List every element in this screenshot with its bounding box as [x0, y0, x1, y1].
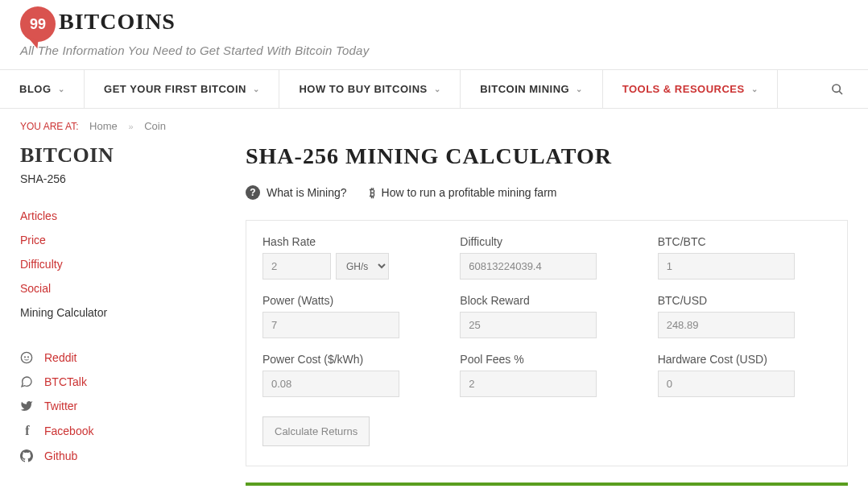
- field-hash-rate: Hash Rate GH/s: [262, 235, 436, 280]
- power-cost-label: Power Cost ($/kWh): [262, 353, 436, 366]
- nav-label: BITCOIN MINING: [480, 83, 569, 95]
- sidebar-link-calculator: Mining Calculator: [20, 306, 189, 319]
- svg-point-0: [833, 85, 840, 92]
- field-pool-fees: Pool Fees %: [460, 353, 633, 397]
- pool-fees-label: Pool Fees %: [460, 353, 633, 366]
- hardware-cost-label: Hardware Cost (USD): [658, 353, 831, 366]
- site-logo[interactable]: 99 BITCOINS: [20, 6, 848, 42]
- nav-label: GET YOUR FIRST BITCOIN: [104, 83, 246, 95]
- difficulty-input[interactable]: [460, 253, 597, 280]
- power-input[interactable]: [262, 312, 399, 338]
- btc-btc-label: BTC/BTC: [658, 235, 831, 248]
- nav-label: HOW TO BUY BITCOINS: [299, 83, 427, 95]
- nav-tools-resources[interactable]: TOOLS & RESOURCES ⌄: [603, 70, 779, 108]
- difficulty-label: Difficulty: [460, 235, 633, 248]
- social-facebook[interactable]: f Facebook: [20, 424, 189, 438]
- chevron-down-icon: ⌄: [576, 85, 583, 93]
- github-icon: [20, 449, 35, 462]
- logo-text: BITCOINS: [59, 9, 176, 35]
- accent-bar: [246, 483, 848, 486]
- main-nav: BLOG ⌄ GET YOUR FIRST BITCOIN ⌄ HOW TO B…: [0, 69, 868, 109]
- field-power-cost: Power Cost ($/kWh): [262, 353, 436, 397]
- btc-btc-input[interactable]: [658, 253, 795, 280]
- sidebar: BITCOIN SHA-256 Articles Price Difficult…: [20, 143, 189, 486]
- main-content: SHA-256 MINING CALCULATOR ? What is Mini…: [246, 143, 848, 486]
- field-block-reward: Block Reward: [460, 294, 633, 338]
- facebook-icon: f: [20, 424, 35, 438]
- reddit-icon: [20, 351, 35, 364]
- nav-first-bitcoin[interactable]: GET YOUR FIRST BITCOIN ⌄: [85, 70, 279, 108]
- field-power: Power (Watts): [262, 294, 436, 338]
- svg-line-1: [839, 91, 842, 94]
- info-link-label: How to run a profitable mining farm: [382, 186, 557, 199]
- social-label: Reddit: [44, 351, 76, 364]
- social-btctalk[interactable]: BTCTalk: [20, 375, 189, 388]
- field-difficulty: Difficulty: [460, 235, 633, 280]
- sidebar-link-difficulty[interactable]: Difficulty: [20, 258, 189, 271]
- hash-rate-input[interactable]: [262, 253, 331, 280]
- breadcrumb: YOU ARE AT: Home » Coin: [0, 109, 868, 143]
- profitable-farm-link[interactable]: ₿ How to run a profitable mining farm: [370, 185, 557, 200]
- chat-icon: [20, 375, 35, 388]
- social-reddit[interactable]: Reddit: [20, 351, 189, 364]
- chevron-down-icon: ⌄: [751, 85, 758, 93]
- calculator-panel: Hash Rate GH/s Difficulty BTC/BT: [246, 220, 848, 466]
- question-icon: ?: [246, 185, 260, 200]
- calculate-button[interactable]: Calculate Returns: [262, 416, 370, 446]
- chevron-down-icon: ⌄: [434, 85, 441, 93]
- breadcrumb-current: Coin: [144, 120, 166, 132]
- sidebar-link-social[interactable]: Social: [20, 282, 189, 295]
- social-label: Facebook: [44, 425, 93, 437]
- sidebar-link-price[interactable]: Price: [20, 234, 189, 246]
- search-icon: [831, 83, 844, 96]
- svg-point-4: [27, 356, 29, 358]
- field-btc-btc: BTC/BTC: [658, 235, 831, 280]
- info-link-label: What is Mining?: [267, 186, 347, 199]
- breadcrumb-separator: »: [128, 122, 133, 131]
- hash-rate-label: Hash Rate: [262, 235, 436, 248]
- field-hardware-cost: Hardware Cost (USD): [658, 353, 831, 397]
- breadcrumb-home[interactable]: Home: [89, 120, 118, 132]
- field-btc-usd: BTC/USD: [658, 294, 831, 338]
- bitcoin-icon: ₿: [370, 186, 375, 199]
- btc-usd-input[interactable]: [658, 312, 795, 338]
- what-is-mining-link[interactable]: ? What is Mining?: [246, 185, 347, 200]
- breadcrumb-label: YOU ARE AT:: [20, 121, 78, 132]
- sidebar-link-articles[interactable]: Articles: [20, 209, 189, 222]
- nav-how-to-buy[interactable]: HOW TO BUY BITCOINS ⌄: [279, 70, 461, 108]
- twitter-icon: [20, 400, 35, 412]
- sidebar-subtitle: SHA-256: [20, 172, 189, 185]
- power-label: Power (Watts): [262, 294, 436, 307]
- nav-label: BLOG: [19, 83, 52, 95]
- svg-point-2: [21, 352, 31, 362]
- svg-point-3: [24, 356, 26, 358]
- info-links: ? What is Mining? ₿ How to run a profita…: [246, 185, 848, 200]
- social-twitter[interactable]: Twitter: [20, 400, 189, 412]
- hardware-cost-input[interactable]: [658, 371, 795, 397]
- calculator-title: SHA-256 MINING CALCULATOR: [246, 143, 848, 169]
- search-button[interactable]: [807, 83, 868, 96]
- nav-mining[interactable]: BITCOIN MINING ⌄: [461, 70, 603, 108]
- social-label: Github: [44, 449, 77, 462]
- chevron-down-icon: ⌄: [253, 85, 260, 93]
- btc-usd-label: BTC/USD: [658, 294, 831, 307]
- page-title: BITCOIN: [20, 143, 189, 168]
- social-label: BTCTalk: [44, 375, 87, 388]
- site-header: 99 BITCOINS All The Information You Need…: [0, 0, 868, 69]
- tagline: All The Information You Need to Get Star…: [20, 43, 848, 57]
- hash-rate-unit-select[interactable]: GH/s: [336, 253, 389, 280]
- social-label: Twitter: [44, 400, 77, 412]
- chevron-down-icon: ⌄: [58, 85, 65, 93]
- power-cost-input[interactable]: [262, 371, 399, 397]
- pool-fees-input[interactable]: [460, 371, 597, 397]
- social-github[interactable]: Github: [20, 449, 189, 462]
- nav-blog[interactable]: BLOG ⌄: [0, 70, 85, 108]
- block-reward-input[interactable]: [460, 312, 597, 338]
- nav-label: TOOLS & RESOURCES: [622, 83, 745, 95]
- block-reward-label: Block Reward: [460, 294, 633, 307]
- logo-bubble-icon: 99: [20, 6, 56, 42]
